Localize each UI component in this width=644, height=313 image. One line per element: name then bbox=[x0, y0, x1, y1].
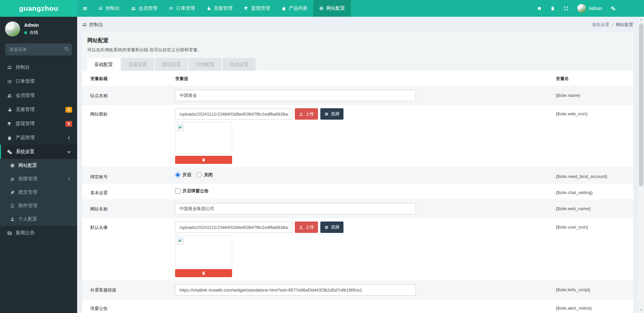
search-input[interactable] bbox=[5, 43, 72, 56]
chevron-down-icon bbox=[66, 149, 72, 154]
scroll-down-button[interactable]: ▼ bbox=[638, 307, 644, 313]
tab-bar: 基础配置充值设置提现设置行情配置其他设置 bbox=[87, 58, 628, 71]
row-varname: {$site.web_icon} bbox=[552, 105, 633, 120]
web-icon-input[interactable] bbox=[175, 108, 292, 120]
sidebar-item-label: 产品管理 bbox=[16, 135, 35, 141]
user-menu[interactable]: Admin bbox=[573, 0, 606, 17]
breadcrumb-parent[interactable]: 系统设置 bbox=[592, 22, 609, 28]
topnav-item-products[interactable]: 产品列表 bbox=[276, 0, 313, 17]
tab-withdraw[interactable]: 提现设置 bbox=[155, 58, 188, 71]
tab-basic[interactable]: 基础配置 bbox=[87, 58, 120, 71]
tab-market[interactable]: 行情配置 bbox=[189, 58, 222, 71]
topnav-item-dashboard[interactable]: 控制台 bbox=[93, 0, 125, 17]
choose-button[interactable]: 选择 bbox=[320, 222, 343, 233]
choose-button[interactable]: 选择 bbox=[320, 108, 343, 120]
col-header-value: 变量值 bbox=[171, 71, 552, 86]
breadcrumb[interactable]: 控制台 bbox=[82, 22, 103, 28]
user-icon-input[interactable] bbox=[175, 222, 292, 233]
site-name-input[interactable] bbox=[175, 90, 416, 101]
radio-group: 开启关闭 bbox=[175, 171, 548, 178]
scrollbar-thumb[interactable] bbox=[639, 23, 643, 186]
sidebar-item-label: 提现管理 bbox=[16, 121, 35, 127]
content-area: 控制台 系统设置 / 网站配置 网站配置 可以在此增改系统的变量和分组,也可以自… bbox=[77, 0, 638, 313]
config-panel: 网站配置 可以在此增改系统的变量和分组,也可以自定义分组和变量。 基础配置充值设… bbox=[82, 32, 633, 313]
sidebar-item-label: 充值管理 bbox=[16, 107, 35, 113]
sidebar-item-site-config[interactable]: 网站配置 bbox=[0, 159, 77, 172]
clear-cache-button[interactable] bbox=[546, 0, 559, 17]
search-button[interactable] bbox=[64, 46, 69, 52]
page-title: 网站配置 bbox=[87, 37, 628, 44]
checkbox-group: 开启弹窗公告 bbox=[175, 187, 548, 194]
avatar bbox=[5, 21, 20, 37]
settings-button[interactable] bbox=[606, 0, 620, 17]
topnav-item-site-config[interactable]: 网站配置 bbox=[313, 0, 351, 17]
sidebar-item-system-settings[interactable]: 系统设置 bbox=[0, 145, 77, 159]
gauge-icon bbox=[82, 22, 87, 27]
row-value-cell: 上传选择 bbox=[171, 105, 552, 167]
breadcrumb-right: 系统设置 / 网站配置 bbox=[592, 22, 633, 28]
sidebar-item-members[interactable]: 会员管理 bbox=[0, 88, 77, 103]
notification-badge: 0 bbox=[65, 121, 72, 127]
list-select-icon bbox=[324, 225, 329, 230]
sidebar-item-attachment-mgmt[interactable]: 附件管理 bbox=[0, 199, 77, 212]
scroll-up-button[interactable]: ▲ bbox=[638, 17, 644, 22]
hand-up-icon bbox=[6, 107, 13, 112]
sidebar-toggle-button[interactable] bbox=[77, 0, 93, 17]
radio-option-off[interactable]: 关闭 bbox=[197, 172, 213, 178]
sidebar-item-recharge[interactable]: 充值管理0 bbox=[0, 103, 77, 117]
web-name-input[interactable] bbox=[175, 203, 416, 214]
upload-icon bbox=[299, 225, 303, 230]
sidebar-item-content-mgmt[interactable]: 图文管理 bbox=[0, 186, 77, 199]
home-button[interactable] bbox=[533, 0, 546, 17]
row-title: 网站图标 bbox=[82, 105, 171, 121]
tab-other[interactable]: 其他设置 bbox=[223, 58, 256, 71]
upload-button[interactable]: 上传 bbox=[295, 222, 318, 233]
row-title: 基本设置 bbox=[82, 184, 171, 199]
row-varname: {$site.user_icon} bbox=[552, 218, 633, 233]
delete-image-button[interactable] bbox=[175, 269, 232, 277]
sidebar-item-orders[interactable]: 订单管理 bbox=[0, 74, 77, 88]
sidebar-item-profile-config[interactable]: 个人配置 bbox=[0, 212, 77, 226]
sidebar-item-product-mgmt[interactable]: 产品管理 bbox=[0, 131, 77, 145]
fullscreen-button[interactable] bbox=[559, 0, 573, 17]
sidebar-item-auth-mgmt[interactable]: 权限管理 bbox=[0, 172, 77, 186]
sidebar-item-news[interactable]: 新闻公告 bbox=[0, 226, 77, 240]
top-navbar: guangzhou 控制台会员管理订单管理充值管理提现管理产品列表网站配置 Ad… bbox=[0, 0, 644, 17]
tab-recharge[interactable]: 充值设置 bbox=[121, 58, 154, 71]
checkbox-option[interactable]: 开启弹窗公告 bbox=[175, 188, 209, 194]
topnav-item-withdraw[interactable]: 提现管理 bbox=[238, 0, 276, 17]
sidebar-item-label: 网站配置 bbox=[18, 163, 37, 169]
users-icon bbox=[9, 177, 15, 181]
expand-icon bbox=[564, 6, 569, 11]
image-preview bbox=[175, 236, 232, 267]
delete-image-button[interactable] bbox=[175, 156, 232, 164]
topnav-item-label: 网站配置 bbox=[326, 5, 345, 11]
list-icon bbox=[6, 79, 13, 84]
topnav-item-recharge[interactable]: 充值管理 bbox=[201, 0, 238, 17]
topnav-item-members[interactable]: 会员管理 bbox=[125, 0, 163, 17]
sidebar-item-label: 会员管理 bbox=[16, 92, 35, 99]
online-status-label: 在线 bbox=[30, 29, 38, 36]
upload-button-label: 上传 bbox=[305, 111, 314, 117]
upload-button[interactable]: 上传 bbox=[295, 108, 318, 120]
trash-icon bbox=[550, 6, 555, 11]
row-varname: {$site.need_bind_account} bbox=[552, 168, 633, 182]
row-value-cell: 开启弹窗公告 bbox=[171, 184, 552, 197]
radio-input[interactable] bbox=[197, 172, 202, 178]
brand-logo[interactable]: guangzhou bbox=[0, 0, 77, 17]
table-row-web-icon: 网站图标上传选择{$site.web_icon} bbox=[82, 105, 633, 168]
hand-up-icon bbox=[206, 6, 211, 11]
topnav-item-orders[interactable]: 订单管理 bbox=[163, 0, 201, 17]
row-value-cell bbox=[171, 281, 552, 299]
sidebar-item-dashboard[interactable]: 控制台 bbox=[0, 60, 77, 74]
sidebar-search bbox=[5, 43, 72, 56]
radio-input[interactable] bbox=[175, 172, 180, 178]
checkbox-input[interactable] bbox=[175, 188, 180, 194]
newspaper-icon bbox=[6, 231, 13, 236]
sidebar-item-withdraw[interactable]: 提现管理0 bbox=[0, 117, 77, 131]
scrollbar[interactable]: ▲ ▼ bbox=[638, 17, 644, 313]
radio-option-on[interactable]: 开启 bbox=[175, 172, 191, 178]
kefu-link-input[interactable] bbox=[175, 284, 416, 296]
bag-icon bbox=[281, 6, 286, 11]
upload-button-label: 上传 bbox=[305, 224, 314, 230]
